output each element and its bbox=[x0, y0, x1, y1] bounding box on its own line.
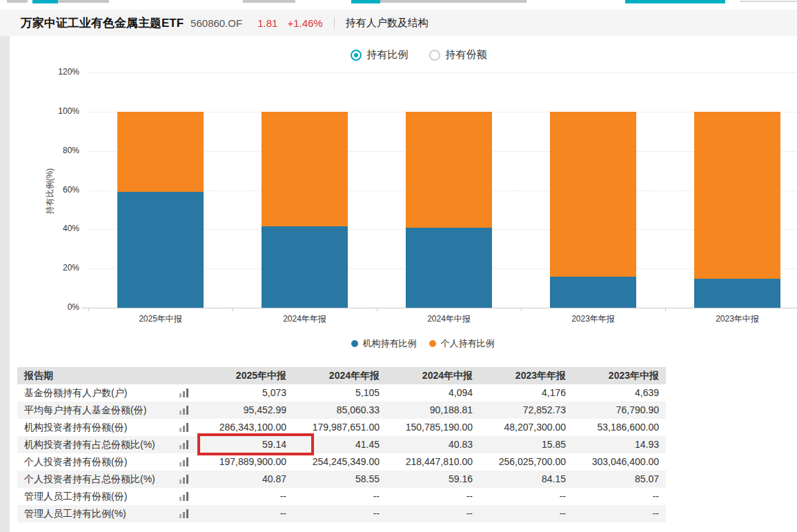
x-axis-category-label: 2025年中报 bbox=[88, 313, 233, 325]
y-axis-tick-label: 100% bbox=[21, 106, 79, 116]
table-row: 机构投资者持有份额(份)286,343,100.00179,987,651.00… bbox=[17, 419, 666, 436]
x-axis-tick bbox=[233, 308, 233, 311]
metric-bar-chart-icon[interactable] bbox=[179, 384, 200, 402]
radio-holding-ratio[interactable]: 持有比例 bbox=[351, 48, 409, 61]
table-row: 个人投资者持有占总份额比(%)40.8758.5559.1684.1585.07 bbox=[17, 471, 666, 488]
metric-label: 个人投资者持有份额(份) bbox=[17, 453, 179, 471]
table-value-cell: -- bbox=[386, 488, 480, 505]
table-value-cell: 40.87 bbox=[200, 471, 293, 488]
radio-holding-shares[interactable]: 持有份额 bbox=[429, 48, 487, 61]
table-value-cell: 40.83 bbox=[386, 436, 480, 453]
legend-swatch bbox=[429, 340, 436, 347]
bar-segment-individual[interactable] bbox=[117, 112, 204, 192]
table-row: 管理人员工持有份额(份)---------- bbox=[17, 488, 666, 505]
metric-bar-chart-icon[interactable] bbox=[179, 505, 200, 522]
table-row: 基金份额持有人户数(户)5,0735,1054,0944,1764,639 bbox=[17, 384, 666, 402]
table-value-cell: -- bbox=[200, 488, 293, 505]
bar-segment-institution[interactable] bbox=[262, 226, 348, 308]
metric-label: 机构投资者持有占总份额比(%) bbox=[17, 436, 179, 453]
legend-item[interactable]: 机构持有比例 bbox=[351, 337, 417, 350]
radio-unselected-icon bbox=[429, 50, 440, 61]
table-value-cell: -- bbox=[386, 505, 480, 522]
fund-change-percent: +1.46% bbox=[287, 17, 322, 29]
table-value-cell: 59.16 bbox=[386, 471, 480, 488]
x-axis-tick bbox=[377, 308, 377, 311]
bar-segment-institution[interactable] bbox=[117, 192, 204, 308]
y-axis-tick-label: 40% bbox=[21, 224, 79, 233]
metric-label: 个人投资者持有占总份额比(%) bbox=[17, 471, 179, 488]
table-value-cell: -- bbox=[573, 488, 666, 505]
table-value-cell: 256,025,700.00 bbox=[480, 453, 573, 471]
fund-holder-structure-page: 万家中证工业有色金属主题ETF 560860.OF 1.81 +1.46% 持有… bbox=[0, 0, 797, 532]
cutoff-line-fragment bbox=[740, 1, 797, 2]
table-row: 平均每户持有人基金份额(份)95,452.9985,060.3390,188.8… bbox=[17, 402, 666, 419]
metric-bar-chart-icon[interactable] bbox=[179, 402, 200, 419]
bar-segment-individual[interactable] bbox=[262, 112, 348, 226]
bar-segment-institution[interactable] bbox=[406, 228, 492, 308]
x-axis-line bbox=[81, 308, 797, 308]
fund-code: 560860.OF bbox=[190, 17, 242, 29]
legend-label: 机构持有比例 bbox=[363, 337, 417, 350]
table-value-cell: 58.55 bbox=[293, 471, 386, 488]
metric-label: 平均每户持有人基金份额(份) bbox=[17, 402, 179, 419]
table-header-cell: 2024年年报 bbox=[293, 367, 386, 384]
cutoff-tab-fragment bbox=[32, 0, 58, 3]
y-axis-tick-label: 120% bbox=[21, 67, 79, 77]
x-axis-tick bbox=[665, 308, 666, 311]
y-axis-tick-label: 20% bbox=[21, 263, 79, 273]
bar-segment-institution[interactable] bbox=[550, 277, 636, 308]
cutoff-tab-fragment bbox=[243, 0, 295, 3]
y-axis-tick-label: 0% bbox=[21, 302, 79, 312]
bar-segment-individual[interactable] bbox=[406, 112, 492, 228]
table-value-cell: 5,105 bbox=[293, 384, 386, 402]
table-value-cell: 53,186,600.00 bbox=[573, 419, 666, 436]
table-header-row: 报告期2025年中报2024年年报2024年中报2023年年报2023年中报 bbox=[17, 367, 666, 384]
holder-structure-table: 报告期2025年中报2024年年报2024年中报2023年年报2023年中报基金… bbox=[17, 367, 666, 522]
fund-header: 万家中证工业有色金属主题ETF 560860.OF 1.81 +1.46% 持有… bbox=[0, 10, 797, 36]
metric-bar-chart-icon[interactable] bbox=[179, 453, 200, 471]
legend-swatch bbox=[351, 340, 358, 347]
table-value-cell: -- bbox=[200, 505, 293, 522]
table-value-cell: 5,073 bbox=[200, 384, 293, 402]
table-value-cell: -- bbox=[293, 505, 386, 522]
bar-segment-institution[interactable] bbox=[694, 279, 780, 308]
table-value-cell: -- bbox=[573, 505, 666, 522]
radio-label: 持有比例 bbox=[367, 48, 409, 61]
table-value-cell: -- bbox=[480, 505, 573, 522]
cutoff-tab-fragment bbox=[625, 0, 725, 3]
table-header-cell: 2023年年报 bbox=[480, 367, 573, 384]
table-value-cell: 14.93 bbox=[573, 436, 666, 453]
table-value-cell: 15.85 bbox=[480, 436, 573, 453]
table-value-cell: 72,852.73 bbox=[480, 402, 573, 419]
metric-label: 基金份额持有人户数(户) bbox=[17, 384, 179, 402]
metric-label: 机构投资者持有份额(份) bbox=[17, 419, 179, 436]
table-value-cell: 4,094 bbox=[386, 384, 480, 402]
metric-label: 管理人员工持有份额(份) bbox=[17, 488, 179, 505]
page-gutter bbox=[0, 36, 10, 532]
cutoff-tab-fragment bbox=[380, 0, 527, 3]
metric-bar-chart-icon[interactable] bbox=[179, 488, 200, 505]
table-row: 管理人员工持有比例(%)---------- bbox=[17, 505, 666, 522]
bar-segment-individual[interactable] bbox=[550, 112, 636, 277]
x-axis-category-label: 2024年中报 bbox=[377, 313, 521, 325]
bar-segment-individual[interactable] bbox=[694, 112, 780, 279]
table-value-cell: 85.07 bbox=[573, 471, 666, 488]
chart-legend: 机构持有比例个人持有比例 bbox=[48, 337, 797, 350]
chart-mode-toggle: 持有比例 持有份额 bbox=[0, 48, 797, 61]
cutoff-tab-fragment bbox=[7, 0, 28, 3]
table-value-cell: 218,447,810.00 bbox=[386, 453, 480, 471]
metric-bar-chart-icon[interactable] bbox=[179, 471, 200, 488]
legend-item[interactable]: 个人持有比例 bbox=[429, 337, 495, 350]
x-axis-category-label: 2024年年报 bbox=[233, 313, 377, 325]
table-value-cell: 76,790.90 bbox=[573, 402, 666, 419]
x-axis-tick bbox=[88, 308, 89, 311]
table-value-cell: 4,176 bbox=[480, 384, 573, 402]
header-divider bbox=[334, 17, 335, 28]
table-value-cell: 95,452.99 bbox=[200, 402, 293, 419]
table-value-cell: 197,889,900.00 bbox=[200, 453, 293, 471]
fund-price: 1.81 bbox=[257, 17, 277, 29]
table-row: 个人投资者持有份额(份)197,889,900.00254,245,349.00… bbox=[17, 453, 666, 471]
gridline bbox=[88, 72, 797, 73]
metric-label: 管理人员工持有比例(%) bbox=[17, 505, 179, 522]
table-value-cell: 48,207,300.00 bbox=[480, 419, 573, 436]
